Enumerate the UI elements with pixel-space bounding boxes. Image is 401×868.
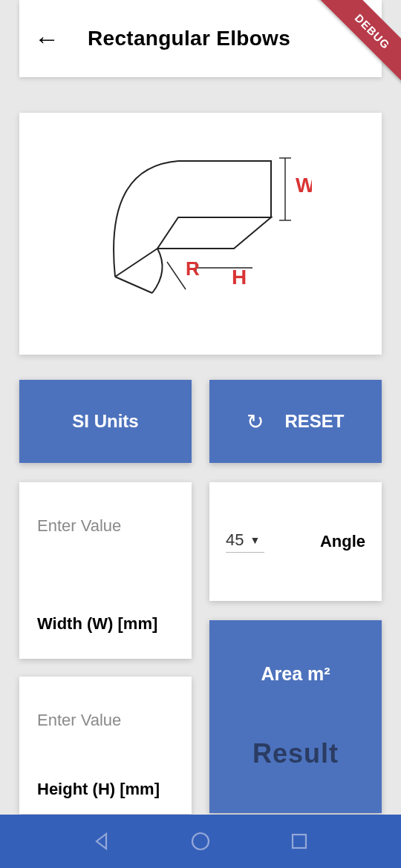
page-title: Rectangular Elbows xyxy=(88,27,290,50)
result-value: Result xyxy=(252,738,339,769)
refresh-icon: ↻ xyxy=(247,410,264,434)
svg-point-0 xyxy=(192,833,209,849)
units-label: SI Units xyxy=(72,411,138,432)
width-input[interactable]: Enter Value xyxy=(37,516,174,536)
app-header: ← Rectangular Elbows xyxy=(19,0,382,77)
height-input[interactable]: Enter Value xyxy=(37,711,174,730)
diagram-label-W: W xyxy=(296,174,312,197)
height-input-card: Enter Value Height (H) [mm] xyxy=(19,677,192,814)
nav-recent-button[interactable] xyxy=(287,829,312,854)
angle-card: 45 ▼ Angle xyxy=(209,482,382,601)
angle-selected-value: 45 xyxy=(226,530,244,550)
diagram-label-R: R xyxy=(186,257,200,280)
system-navbar xyxy=(0,815,401,868)
units-toggle-button[interactable]: SI Units xyxy=(19,380,192,463)
height-field-label: Height (H) [mm] xyxy=(37,780,174,799)
back-arrow-icon[interactable]: ← xyxy=(34,26,59,51)
nav-back-button[interactable] xyxy=(89,829,114,854)
area-title: Area m² xyxy=(261,663,330,685)
chevron-down-icon: ▼ xyxy=(250,534,260,546)
elbow-diagram-icon: W R H xyxy=(89,137,312,330)
angle-label: Angle xyxy=(320,532,365,551)
nav-home-button[interactable] xyxy=(188,829,213,854)
result-card: Area m² Result xyxy=(209,620,382,813)
elbow-diagram-card: W R H xyxy=(19,113,382,355)
diagram-label-H: H xyxy=(232,266,247,289)
svg-rect-1 xyxy=(293,835,306,848)
width-input-card: Enter Value Width (W) [mm] xyxy=(19,482,192,659)
width-field-label: Width (W) [mm] xyxy=(37,614,174,634)
angle-dropdown[interactable]: 45 ▼ xyxy=(226,530,264,553)
reset-button[interactable]: ↻ RESET xyxy=(209,380,382,463)
reset-label: RESET xyxy=(284,411,344,432)
